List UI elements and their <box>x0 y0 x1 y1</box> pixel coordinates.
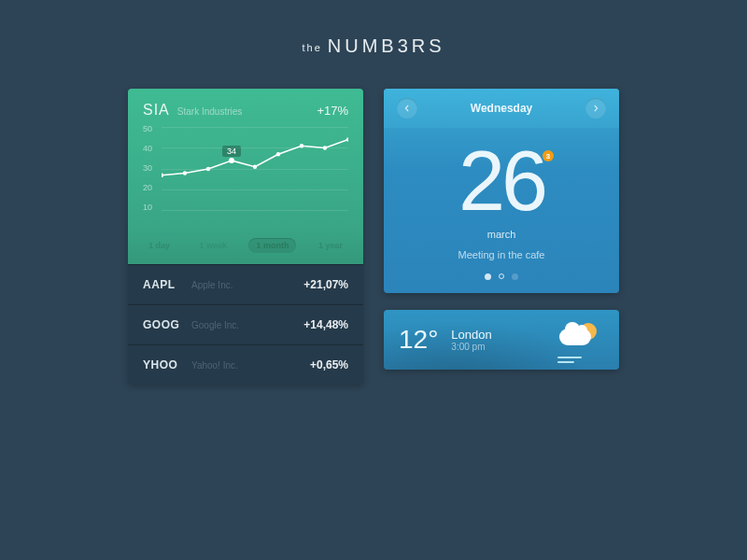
calendar-prev-button[interactable] <box>397 98 417 119</box>
featured-change: +17% <box>317 104 348 118</box>
weather-city: London <box>451 328 491 342</box>
range-1week[interactable]: 1 week <box>191 238 234 253</box>
weather-card: 12° London 3:00 pm <box>384 310 619 370</box>
pager-dot[interactable] <box>499 273 504 279</box>
pager-dot[interactable] <box>512 273 518 280</box>
weather-time: 3:00 pm <box>451 342 491 352</box>
calendar-pager <box>395 273 608 280</box>
calendar-date: 26 <box>395 139 608 223</box>
range-1day[interactable]: 1 day <box>141 238 177 253</box>
stocks-chart: 50 40 30 20 10 <box>143 124 348 225</box>
calendar-month: march <box>395 229 608 240</box>
chart-range-tabs: 1 day 1 week 1 month 1 year <box>128 231 363 264</box>
wind-icon <box>557 357 582 358</box>
stocks-list: AAPL Apple Inc. +21,07% GOOG Google Inc.… <box>128 264 363 385</box>
list-item[interactable]: GOOG Google Inc. +14,48% <box>128 304 363 344</box>
chart-line-icon <box>162 127 348 211</box>
svg-point-6 <box>300 144 303 147</box>
featured-symbol: SIA <box>143 102 170 119</box>
svg-point-8 <box>346 137 348 141</box>
svg-point-7 <box>323 146 327 149</box>
title-prefix: the <box>302 42 321 53</box>
stocks-featured: SIA Stark Industries +17% 50 40 30 20 10 <box>128 89 363 231</box>
list-item[interactable]: AAPL Apple Inc. +21,07% <box>128 264 363 304</box>
title-main: NUMB3RS <box>328 35 445 56</box>
calendar-next-button[interactable] <box>585 98 606 119</box>
chart-highlight-label: 34 <box>222 146 241 157</box>
calendar-event: Meeting in the cafe <box>395 249 608 260</box>
featured-name: Stark Industries <box>177 106 310 117</box>
notification-badge[interactable]: 3 <box>543 150 554 161</box>
svg-point-2 <box>206 167 210 171</box>
svg-point-1 <box>183 171 187 175</box>
pager-dot[interactable] <box>485 273 491 280</box>
calendar-card: Wednesday 3 26 march Meeting in the cafe <box>384 89 619 293</box>
svg-point-4 <box>253 165 257 169</box>
cloud-icon <box>559 329 591 345</box>
chevron-left-icon <box>403 105 411 112</box>
range-1month[interactable]: 1 month <box>248 238 296 253</box>
svg-point-0 <box>162 174 163 177</box>
svg-point-5 <box>276 152 280 156</box>
calendar-weekday: Wednesday <box>471 102 532 115</box>
list-item[interactable]: YHOO Yahoo! Inc. +0,65% <box>128 344 363 385</box>
chart-y-axis: 50 40 30 20 10 <box>143 124 152 212</box>
weather-icon <box>556 321 604 358</box>
range-1year[interactable]: 1 year <box>311 238 350 253</box>
chevron-right-icon <box>592 105 599 112</box>
svg-point-3 <box>229 158 234 163</box>
stocks-card: SIA Stark Industries +17% 50 40 30 20 10 <box>128 89 363 385</box>
page-title: theNUMB3RS <box>0 0 747 57</box>
weather-temp: 12° <box>399 325 438 355</box>
